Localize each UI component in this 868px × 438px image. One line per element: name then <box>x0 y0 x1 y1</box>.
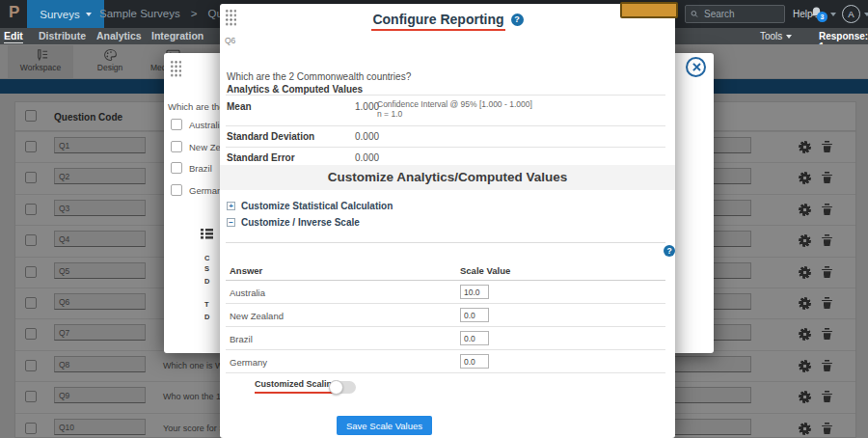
answer-label: Germany <box>230 357 267 368</box>
avatar[interactable]: A <box>842 5 860 23</box>
scale-value-input[interactable] <box>460 308 489 322</box>
option-checkbox[interactable] <box>171 162 182 174</box>
scale-value-table: Answer Scale Value Australia New Zealand… <box>226 262 665 373</box>
scale-row: Australia <box>226 281 665 304</box>
section-label: Customize Statistical Calculation <box>241 201 393 211</box>
label-fragment: D <box>204 277 209 286</box>
close-button[interactable] <box>686 57 706 77</box>
close-icon <box>692 63 700 71</box>
tab-integration[interactable]: Integration <box>151 30 203 41</box>
scale-table-header: Answer Scale Value <box>226 262 665 281</box>
chevron-down-icon <box>786 35 792 39</box>
stat-row: Mean 1.000 Confidence Interval @ 95% [1.… <box>226 95 665 125</box>
stat-label: Mean <box>227 101 252 112</box>
tools-label: Tools <box>760 31 782 41</box>
scale-value-input[interactable] <box>460 331 489 345</box>
stat-note: Confidence Interval @ 95% [1.000 - 1.000… <box>377 99 532 109</box>
chevron-down-icon[interactable] <box>864 13 868 16</box>
option-checkbox[interactable] <box>171 184 182 196</box>
section-customize-inverse-scale[interactable]: Customize / Inverse Scale <box>227 217 360 228</box>
breadcrumb-separator: > <box>191 8 198 19</box>
divider <box>226 242 665 243</box>
customized-scaling-label: Customized Scaling <box>255 379 338 394</box>
surveys-menu-button[interactable]: Surveys <box>27 0 104 28</box>
tab-analytics[interactable]: Analytics <box>96 30 142 41</box>
answer-label: Australia <box>230 287 265 298</box>
tools-menu[interactable]: Tools <box>760 31 792 41</box>
scale-row: Brazil <box>226 327 665 350</box>
question-text-fragment: Which are the <box>168 101 225 112</box>
tab-distribute[interactable]: Distribute <box>39 30 86 41</box>
questionpro-logo[interactable]: P <box>9 3 19 22</box>
label-fragment: T <box>204 300 209 309</box>
option-label: Brazil <box>189 163 212 174</box>
app-screen: P Surveys Sample Surveys > Qu Help 3 A E… <box>0 0 868 438</box>
upgrade-button[interactable] <box>620 2 678 18</box>
question-text: Which are the 2 Commonwealth countries? <box>227 71 411 82</box>
search-box[interactable] <box>685 5 785 23</box>
stat-row: Standard Deviation 0.000 <box>226 125 665 147</box>
table-grid-icon[interactable] <box>201 229 213 239</box>
answer-label: Brazil <box>230 334 253 344</box>
stat-value: 0.000 <box>355 152 379 163</box>
chevron-down-icon <box>86 13 92 16</box>
configure-reporting-modal: Configure Reporting Q6 Which are the 2 C… <box>220 4 675 438</box>
drag-handle-icon[interactable] <box>170 60 181 77</box>
expand-plus-icon[interactable] <box>227 202 235 210</box>
search-icon <box>691 9 698 19</box>
scale-row: Germany <box>226 350 665 373</box>
chevron-down-icon[interactable] <box>830 13 836 16</box>
stat-label: Standard Error <box>227 152 295 163</box>
stat-value: 0.000 <box>355 131 379 142</box>
analytics-table: Mean 1.000 Confidence Interval @ 95% [1.… <box>226 95 665 168</box>
scale-value-input[interactable] <box>460 354 489 369</box>
customized-scaling-toggle[interactable] <box>330 381 356 394</box>
notification-badge: 3 <box>817 12 827 22</box>
help-icon[interactable] <box>664 245 675 257</box>
section-customize-statistical[interactable]: Customize Statistical Calculation <box>227 201 393 211</box>
stat-value: 1.000 <box>355 101 379 112</box>
section-label: Customize / Inverse Scale <box>241 217 360 228</box>
column-header: Scale Value <box>460 265 510 276</box>
stat-note: n = 1.0 <box>377 109 402 119</box>
save-scale-values-button[interactable]: Save Scale Values <box>337 416 432 435</box>
customize-section-header: Customize Analytics/Computed Values <box>220 165 675 190</box>
collapse-minus-icon[interactable] <box>227 218 235 227</box>
option-checkbox[interactable] <box>171 119 182 130</box>
breadcrumb: Sample Surveys > Qu <box>99 8 223 19</box>
stat-label: Standard Deviation <box>227 131 314 142</box>
modal-title: Configure Reporting <box>371 12 504 31</box>
question-code: Q6 <box>225 36 235 45</box>
toggle-knob <box>329 380 343 395</box>
label-fragment: S <box>204 264 209 273</box>
scale-row: New Zealand <box>226 304 665 327</box>
analytics-header: Analytics & Computed Values <box>227 84 363 95</box>
label-fragment: D <box>204 313 209 321</box>
scale-value-input[interactable] <box>460 285 489 299</box>
option-checkbox[interactable] <box>171 141 182 152</box>
column-header: Answer <box>230 265 262 276</box>
help-icon[interactable] <box>511 14 524 26</box>
breadcrumb-item[interactable]: Sample Surveys <box>99 8 180 19</box>
answer-label: New Zealand <box>230 311 284 321</box>
search-input[interactable] <box>702 8 779 20</box>
tab-edit[interactable]: Edit <box>4 30 23 43</box>
label-fragment: C <box>204 254 209 262</box>
surveys-label: Surveys <box>40 9 80 20</box>
